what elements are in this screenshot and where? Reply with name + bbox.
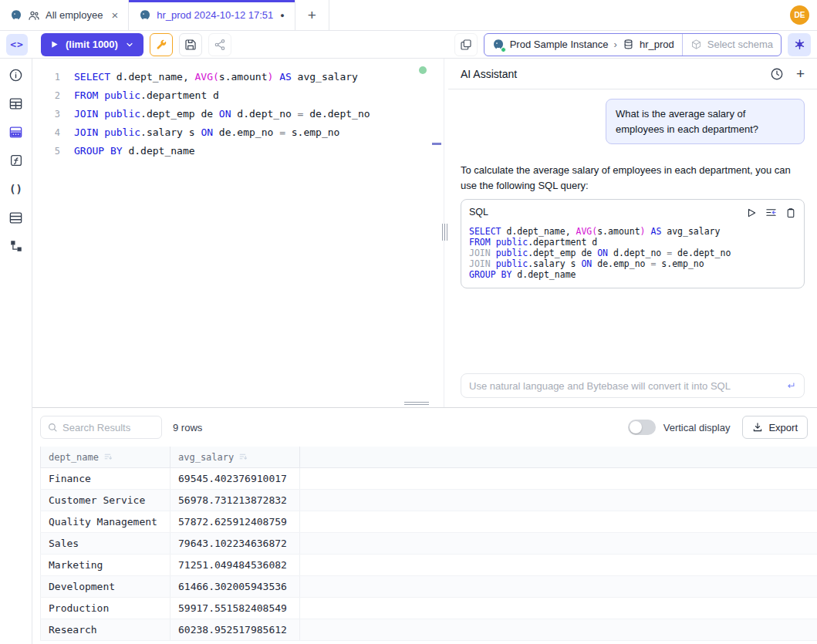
code-line: JOIN public.salary s ON de.emp_no = s.em… [469,258,796,269]
table-row[interactable]: Research60238.952517985612 [40,619,817,641]
new-conversation-button[interactable]: + [796,66,805,81]
line-number: 2 [32,86,60,105]
code-line: FROM public.department d [469,237,796,248]
vertical-display-toggle[interactable] [628,420,656,435]
table-cell[interactable]: Research [40,619,170,640]
table-cell[interactable]: Sales [40,533,170,554]
sidebar-item-functions[interactable] [7,151,25,170]
vertical-resize-handle[interactable] [442,224,447,241]
history-clock-icon[interactable] [770,67,784,81]
ai-prompt-input[interactable] [469,380,778,392]
instance-status-dot [501,47,506,52]
close-icon[interactable]: × [111,9,118,21]
save-sheet-button[interactable] [179,33,202,56]
database-name: hr_prod [640,39,674,50]
table-cell-empty [299,555,817,575]
column-header-dept-name[interactable]: dept_name [40,447,170,467]
ai-input-row [461,373,805,398]
cube-icon [690,39,702,50]
sql-editor-toggle-button[interactable]: <> [6,34,28,56]
line-number: 4 [32,123,60,142]
connection-breadcrumb: Prod Sample Instance › hr_prod Select sc… [484,33,782,56]
insert-code-icon[interactable] [765,207,777,218]
table-cell[interactable]: 56978.731213872832 [170,490,299,511]
share-icon [214,39,226,51]
format-sql-button[interactable] [150,33,173,56]
code-block-header: SQL [469,205,796,220]
table-cell-empty [299,511,817,532]
table-cell-empty [299,468,817,489]
table-row[interactable]: Production59917.551582408549 [40,598,817,619]
table-row[interactable]: Marketing71251.049484536082 [40,555,817,576]
table-cell[interactable]: Production [40,598,170,619]
column-header-avg-salary[interactable]: avg_salary [170,447,299,467]
table-cell[interactable]: Customer Service [40,490,170,511]
select-schema-button[interactable]: Select schema [682,34,781,56]
breadcrumb-instance-database[interactable]: Prod Sample Instance › hr_prod [484,34,682,56]
run-query-label: (limit 1000) [66,39,118,50]
table-cell[interactable]: Quality Management [40,511,170,532]
search-results-input[interactable] [62,422,155,433]
overview-ruler-cursor-mark [432,143,441,145]
ai-assistant-title: AI Assistant [461,68,517,80]
table-row[interactable]: Customer Service56978.731213872832 [40,490,817,511]
search-results-box[interactable] [40,416,162,439]
code-line: 2FROM public.department d [32,86,444,105]
postgres-icon [10,9,22,22]
table-cell-empty [299,533,817,554]
sort-icon [103,452,113,462]
column-header-label: dept_name [49,452,99,463]
table-row[interactable]: Development61466.302005943536 [40,576,817,598]
column-header-label: avg_salary [178,452,234,463]
ai-conversation: What is the average salary of employees … [448,89,817,373]
table-cell[interactable]: 60238.952517985612 [170,619,299,640]
table-cell[interactable]: 71251.049484536082 [170,555,299,575]
table-cell[interactable]: 79643.102234636872 [170,533,299,554]
postgres-icon [492,39,505,51]
vertical-pane-divider[interactable] [444,59,448,407]
sql-editor[interactable]: 1SELECT d.dept_name, AVG(s.amount) AS av… [32,59,444,160]
table-cell[interactable]: Development [40,576,170,597]
table-cell-empty [299,619,817,640]
table-cell[interactable]: 59917.551582408549 [170,598,299,619]
run-query-button[interactable]: (limit 1000) [41,33,143,56]
new-tab-button[interactable]: + [295,0,329,30]
ai-answer-text: To calculate the average salary of emplo… [461,164,791,191]
code-language-label: SQL [469,205,488,220]
ai-assistant-button[interactable] [788,33,811,56]
sidebar-item-views[interactable] [7,208,25,227]
batch-mode-button[interactable] [454,33,478,56]
copy-code-icon[interactable] [785,207,796,218]
tab-hr-prod[interactable]: hr_prod 2024-10-12 17:51 ● [129,0,295,30]
table-row[interactable]: Sales79643.102234636872 [40,533,817,555]
table-row[interactable]: Quality Management57872.625912408759 [40,511,817,533]
upper-panes: 1SELECT d.dept_name, AVG(s.amount) AS av… [32,59,817,407]
sidebar-item-tables[interactable] [7,94,25,113]
avatar[interactable]: DE [790,5,809,25]
ai-sql-code: SELECT d.dept_name, AVG(s.amount) AS avg… [469,226,796,280]
ai-assistant-panel: AI Assistant + What is the average salar… [448,59,817,407]
table-cell[interactable]: 61466.302005943536 [170,576,299,597]
code-line: 3JOIN public.dept_emp de ON d.dept_no = … [32,105,444,123]
table-cell[interactable]: Finance [40,468,170,489]
horizontal-resize-handle[interactable] [404,402,429,405]
parens-glyph: () [9,183,22,195]
table-row[interactable]: Finance69545.402376910017 [40,468,817,490]
code-line: 4JOIN public.salary s ON de.emp_no = s.e… [32,123,444,142]
return-key-icon[interactable] [785,380,796,392]
bytebase-sql-editor-window: All employee × hr_prod 2024-10-12 17:51 … [0,0,817,644]
sidebar-item-info[interactable] [7,66,25,84]
export-button[interactable]: Export [742,416,808,439]
search-icon [47,422,58,433]
sidebar-item-table-data[interactable] [7,123,25,141]
table-cell[interactable]: 57872.625912408759 [170,511,299,532]
table-cell[interactable]: Marketing [40,555,170,575]
table-cell[interactable]: 69545.402376910017 [170,468,299,489]
table-body: Finance69545.402376910017Customer Servic… [40,468,817,641]
run-code-icon[interactable] [746,207,757,218]
database-icon [623,39,634,50]
share-sheet-button[interactable] [208,33,231,56]
sidebar-item-procedures[interactable]: () [7,180,25,198]
tab-all-employee[interactable]: All employee × [0,0,129,30]
sidebar-item-schema-diagram[interactable] [7,237,25,255]
